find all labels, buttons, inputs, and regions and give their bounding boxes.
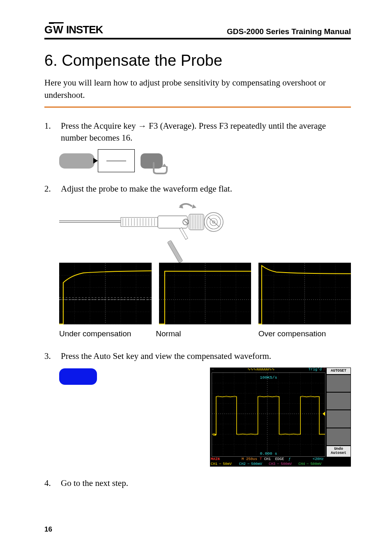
arrow-box <box>98 149 135 172</box>
ch4v: 500mV <box>310 462 321 467</box>
step-4: Go to the next step. <box>44 477 351 490</box>
step-1-text: Press the Acquire key → F3 (Average). Pr… <box>61 121 326 143</box>
doc-title: GDS-2000 Series Training Manual <box>227 27 351 36</box>
step-3-text: Press the Auto Set key and view the comp… <box>61 351 271 361</box>
step-3: Press the Auto Set key and view the comp… <box>44 350 351 467</box>
ch2v: 500mV <box>251 462 262 467</box>
autoset-key-icon <box>59 368 97 385</box>
normal-compensation-waveform <box>159 263 251 324</box>
step-2: Adjust the probe to make the waveform ed… <box>44 183 351 340</box>
repeat-arrow-icon <box>152 161 168 175</box>
step-2-text: Adjust the probe to make the waveform ed… <box>61 184 232 194</box>
header-rule <box>44 38 351 39</box>
probe-figure <box>59 200 351 258</box>
ch3-label: CH3 <box>269 462 275 467</box>
m-time: M 250us <box>242 457 257 462</box>
step-1-figure <box>59 149 351 172</box>
section-number: 6. <box>44 52 58 69</box>
oscilloscope-screenshot: ⎓ ∿∿∿∧∧∧∧∧∧∧∿∿ Trig'd ⎍ <box>210 368 351 467</box>
svg-line-35 <box>170 243 180 260</box>
undo-autoset-label: UndoAutoset <box>327 446 350 457</box>
main-label: MAIN <box>211 457 220 462</box>
over-compensation-waveform <box>258 263 351 324</box>
ch3v: 500mV <box>281 462 292 467</box>
svg-rect-18 <box>189 214 204 230</box>
caption-over: Over compensation <box>249 328 351 340</box>
time-pos: 0.000 s <box>260 451 277 456</box>
svg-text:1▸: 1▸ <box>213 433 217 437</box>
caption-under: Under compensation <box>59 328 152 340</box>
intro-rule <box>44 106 351 108</box>
svg-line-17 <box>184 220 187 224</box>
trigd-label: Trig'd <box>309 367 322 372</box>
ch1-label: CH1 <box>211 462 217 467</box>
ch1v: 50mV <box>223 462 232 467</box>
ch2-label: CH2 <box>239 462 246 467</box>
caption-normal: Normal <box>152 328 248 340</box>
section-heading: 6. Compensate the Probe <box>44 52 351 69</box>
page-number: 16 <box>44 525 52 534</box>
acquire-key-icon <box>59 153 95 169</box>
under-compensation-waveform <box>59 263 152 324</box>
svg-rect-32 <box>180 228 188 240</box>
ch4-label: CH4 <box>298 462 305 467</box>
brand-logo: GW INSTEK <box>44 23 103 36</box>
svg-rect-2 <box>121 217 158 227</box>
section-intro: Here you will learn how to adjust probe … <box>44 77 351 102</box>
section-title: Compensate the Probe <box>62 52 222 69</box>
autoset-label: AUTOSET <box>327 368 350 374</box>
step-1: Press the Acquire key → F3 (Average). Pr… <box>44 120 351 173</box>
sample-rate: 100KS/s <box>260 375 277 380</box>
freq: <20Hz <box>313 457 324 462</box>
step-4-text: Go to the next step. <box>61 478 128 488</box>
